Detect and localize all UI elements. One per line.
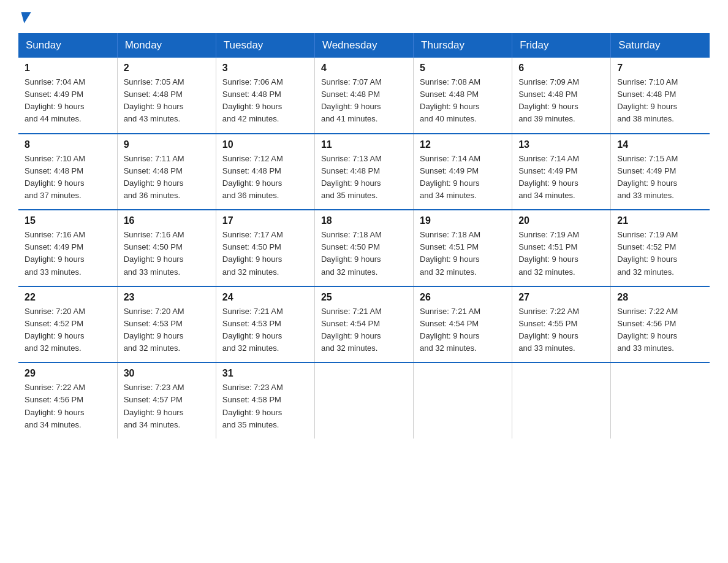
day-info: Sunrise: 7:04 AMSunset: 4:49 PMDaylight:… [25,76,111,126]
day-info: Sunrise: 7:18 AMSunset: 4:50 PMDaylight:… [321,229,407,278]
day-cell: 17 Sunrise: 7:17 AMSunset: 4:50 PMDaylig… [216,210,314,286]
day-info: Sunrise: 7:20 AMSunset: 4:52 PMDaylight:… [25,305,111,355]
day-number: 17 [222,215,308,226]
day-cell: 10 Sunrise: 7:12 AMSunset: 4:48 PMDaylig… [216,134,314,210]
day-cell: 3 Sunrise: 7:06 AMSunset: 4:48 PMDayligh… [216,58,314,134]
day-number: 1 [25,63,111,74]
day-cell: 26 Sunrise: 7:21 AMSunset: 4:54 PMDaylig… [414,286,512,363]
day-info: Sunrise: 7:07 AMSunset: 4:48 PMDaylight:… [321,76,407,126]
day-cell: 23 Sunrise: 7:20 AMSunset: 4:53 PMDaylig… [117,286,216,363]
logo-arrow-icon [19,12,31,23]
day-cell: 27 Sunrise: 7:22 AMSunset: 4:55 PMDaylig… [512,286,611,363]
day-info: Sunrise: 7:14 AMSunset: 4:49 PMDaylight:… [518,153,604,202]
day-number: 19 [420,215,506,226]
day-cell: 31 Sunrise: 7:23 AMSunset: 4:58 PMDaylig… [216,362,314,439]
day-cell: 11 Sunrise: 7:13 AMSunset: 4:48 PMDaylig… [314,134,413,210]
day-number: 28 [617,292,703,303]
day-number: 29 [25,368,111,379]
day-header-thursday: Thursday [414,33,512,58]
day-number: 5 [420,63,506,74]
day-cell: 15 Sunrise: 7:16 AMSunset: 4:49 PMDaylig… [18,210,117,286]
day-info: Sunrise: 7:20 AMSunset: 4:53 PMDaylight:… [124,305,210,355]
day-cell: 1 Sunrise: 7:04 AMSunset: 4:49 PMDayligh… [18,58,117,134]
day-info: Sunrise: 7:21 AMSunset: 4:54 PMDaylight:… [321,305,407,355]
day-header-monday: Monday [117,33,216,58]
day-number: 18 [321,215,407,226]
day-number: 31 [222,368,308,379]
day-number: 20 [518,215,604,226]
day-info: Sunrise: 7:21 AMSunset: 4:54 PMDaylight:… [420,305,506,355]
day-header-friday: Friday [512,33,611,58]
day-info: Sunrise: 7:09 AMSunset: 4:48 PMDaylight:… [518,76,604,126]
day-cell: 28 Sunrise: 7:22 AMSunset: 4:56 PMDaylig… [611,286,710,363]
calendar-table: SundayMondayTuesdayWednesdayThursdayFrid… [18,33,710,439]
day-cell: 12 Sunrise: 7:14 AMSunset: 4:49 PMDaylig… [414,134,512,210]
day-info: Sunrise: 7:23 AMSunset: 4:58 PMDaylight:… [222,381,308,431]
day-cell [611,362,710,439]
day-number: 15 [25,215,111,226]
week-row-1: 1 Sunrise: 7:04 AMSunset: 4:49 PMDayligh… [18,58,710,134]
day-info: Sunrise: 7:10 AMSunset: 4:48 PMDaylight:… [617,76,703,126]
day-number: 3 [222,63,308,74]
day-number: 30 [124,368,210,379]
day-info: Sunrise: 7:05 AMSunset: 4:48 PMDaylight:… [124,76,210,126]
day-info: Sunrise: 7:22 AMSunset: 4:56 PMDaylight:… [25,381,111,431]
week-row-4: 22 Sunrise: 7:20 AMSunset: 4:52 PMDaylig… [18,286,710,363]
day-cell: 9 Sunrise: 7:11 AMSunset: 4:48 PMDayligh… [117,134,216,210]
day-header-sunday: Sunday [18,33,117,58]
week-row-3: 15 Sunrise: 7:16 AMSunset: 4:49 PMDaylig… [18,210,710,286]
day-number: 2 [124,63,210,74]
day-info: Sunrise: 7:10 AMSunset: 4:48 PMDaylight:… [25,153,111,202]
day-info: Sunrise: 7:23 AMSunset: 4:57 PMDaylight:… [124,381,210,431]
day-number: 25 [321,292,407,303]
day-number: 21 [617,215,703,226]
day-info: Sunrise: 7:08 AMSunset: 4:48 PMDaylight:… [420,76,506,126]
day-number: 8 [25,139,111,150]
day-header-tuesday: Tuesday [216,33,314,58]
day-cell: 4 Sunrise: 7:07 AMSunset: 4:48 PMDayligh… [314,58,413,134]
day-number: 27 [518,292,604,303]
day-header-saturday: Saturday [611,33,710,58]
week-row-2: 8 Sunrise: 7:10 AMSunset: 4:48 PMDayligh… [18,134,710,210]
day-number: 4 [321,63,407,74]
day-cell: 7 Sunrise: 7:10 AMSunset: 4:48 PMDayligh… [611,58,710,134]
day-info: Sunrise: 7:11 AMSunset: 4:48 PMDaylight:… [124,153,210,202]
day-header-wednesday: Wednesday [314,33,413,58]
day-cell: 21 Sunrise: 7:19 AMSunset: 4:52 PMDaylig… [611,210,710,286]
day-info: Sunrise: 7:19 AMSunset: 4:52 PMDaylight:… [617,229,703,278]
day-number: 22 [25,292,111,303]
day-cell: 19 Sunrise: 7:18 AMSunset: 4:51 PMDaylig… [414,210,512,286]
day-cell: 25 Sunrise: 7:21 AMSunset: 4:54 PMDaylig… [314,286,413,363]
day-number: 10 [222,139,308,150]
day-cell: 2 Sunrise: 7:05 AMSunset: 4:48 PMDayligh… [117,58,216,134]
day-info: Sunrise: 7:13 AMSunset: 4:48 PMDaylight:… [321,153,407,202]
day-headers-row: SundayMondayTuesdayWednesdayThursdayFrid… [18,33,710,58]
day-number: 14 [617,139,703,150]
day-info: Sunrise: 7:22 AMSunset: 4:56 PMDaylight:… [617,305,703,355]
day-info: Sunrise: 7:22 AMSunset: 4:55 PMDaylight:… [518,305,604,355]
week-row-5: 29 Sunrise: 7:22 AMSunset: 4:56 PMDaylig… [18,362,710,439]
day-cell: 13 Sunrise: 7:14 AMSunset: 4:49 PMDaylig… [512,134,611,210]
day-cell: 18 Sunrise: 7:18 AMSunset: 4:50 PMDaylig… [314,210,413,286]
day-info: Sunrise: 7:16 AMSunset: 4:50 PMDaylight:… [124,229,210,278]
day-number: 13 [518,139,604,150]
day-cell: 8 Sunrise: 7:10 AMSunset: 4:48 PMDayligh… [18,134,117,210]
day-number: 7 [617,63,703,74]
day-number: 11 [321,139,407,150]
day-info: Sunrise: 7:18 AMSunset: 4:51 PMDaylight:… [420,229,506,278]
day-info: Sunrise: 7:15 AMSunset: 4:49 PMDaylight:… [617,153,703,202]
day-cell: 20 Sunrise: 7:19 AMSunset: 4:51 PMDaylig… [512,210,611,286]
day-info: Sunrise: 7:12 AMSunset: 4:48 PMDaylight:… [222,153,308,202]
day-cell: 16 Sunrise: 7:16 AMSunset: 4:50 PMDaylig… [117,210,216,286]
day-cell: 24 Sunrise: 7:21 AMSunset: 4:53 PMDaylig… [216,286,314,363]
logo [18,12,30,23]
day-number: 9 [124,139,210,150]
day-info: Sunrise: 7:17 AMSunset: 4:50 PMDaylight:… [222,229,308,278]
day-number: 26 [420,292,506,303]
day-cell: 29 Sunrise: 7:22 AMSunset: 4:56 PMDaylig… [18,362,117,439]
day-cell [414,362,512,439]
day-number: 6 [518,63,604,74]
day-number: 24 [222,292,308,303]
day-number: 12 [420,139,506,150]
day-info: Sunrise: 7:21 AMSunset: 4:53 PMDaylight:… [222,305,308,355]
